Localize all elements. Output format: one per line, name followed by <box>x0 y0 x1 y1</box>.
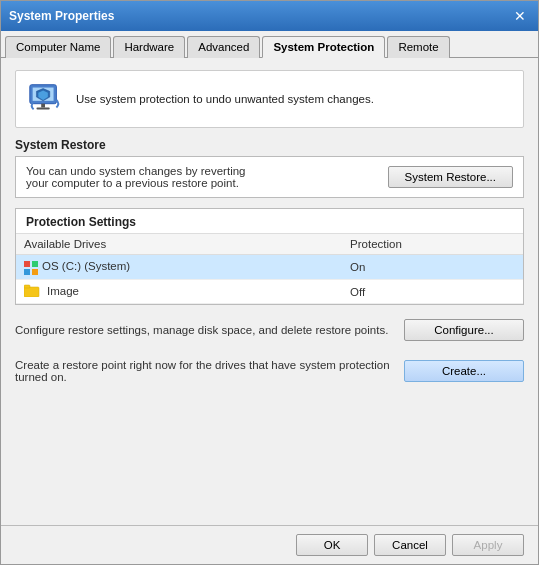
info-text: Use system protection to undo unwanted s… <box>76 93 374 105</box>
tab-advanced[interactable]: Advanced <box>187 36 260 58</box>
table-row[interactable]: OS (C:) (System) On <box>16 255 523 280</box>
configure-button[interactable]: Configure... <box>404 319 524 341</box>
system-restore-section: System Restore You can undo system chang… <box>15 138 524 198</box>
protection-settings-group: Protection Settings Available Drives Pro… <box>15 208 524 305</box>
create-text: Create a restore point right now for the… <box>15 359 396 383</box>
drive-name-image: Image <box>16 280 342 304</box>
svg-rect-8 <box>24 269 30 275</box>
window-title: System Properties <box>9 9 114 23</box>
drives-table-header: Available Drives Protection <box>16 234 523 255</box>
svg-rect-11 <box>24 285 30 288</box>
title-bar: System Properties ✕ <box>1 1 538 31</box>
tab-system-protection[interactable]: System Protection <box>262 36 385 58</box>
svg-rect-5 <box>36 108 49 110</box>
footer: OK Cancel Apply <box>1 525 538 564</box>
apply-button[interactable]: Apply <box>452 534 524 556</box>
svg-rect-7 <box>32 261 38 267</box>
drive-icon-os: OS (C:) (System) <box>24 259 130 273</box>
ok-button[interactable]: OK <box>296 534 368 556</box>
main-content: Use system protection to undo unwanted s… <box>1 58 538 525</box>
drive-name-c: OS (C:) (System) <box>16 255 342 280</box>
protection-status-image: Off <box>342 280 523 304</box>
tab-hardware[interactable]: Hardware <box>113 36 185 58</box>
svg-rect-4 <box>41 104 45 108</box>
system-restore-box: You can undo system changes by reverting… <box>15 156 524 198</box>
drive-icon-image: Image <box>24 284 79 297</box>
tab-remote[interactable]: Remote <box>387 36 449 58</box>
system-properties-window: System Properties ✕ Computer Name Hardwa… <box>0 0 539 565</box>
system-restore-description: You can undo system changes by reverting… <box>26 165 380 189</box>
table-row[interactable]: Image Off <box>16 280 523 304</box>
tab-bar: Computer Name Hardware Advanced System P… <box>1 31 538 58</box>
system-restore-button[interactable]: System Restore... <box>388 166 513 188</box>
col-protection: Protection <box>342 234 523 255</box>
create-button[interactable]: Create... <box>404 360 524 382</box>
svg-rect-10 <box>24 287 39 297</box>
protection-settings-label: Protection Settings <box>16 209 523 233</box>
close-button[interactable]: ✕ <box>510 7 530 25</box>
configure-text: Configure restore settings, manage disk … <box>15 324 396 336</box>
svg-rect-6 <box>24 261 30 267</box>
protection-settings-section: Protection Settings Available Drives Pro… <box>15 208 524 305</box>
system-restore-content: You can undo system changes by reverting… <box>26 165 513 189</box>
tab-computer-name[interactable]: Computer Name <box>5 36 111 58</box>
cancel-button[interactable]: Cancel <box>374 534 446 556</box>
protection-status-c: On <box>342 255 523 280</box>
system-protection-icon <box>26 79 66 119</box>
system-restore-label: System Restore <box>15 138 524 152</box>
col-drives: Available Drives <box>16 234 342 255</box>
configure-action-row: Configure restore settings, manage disk … <box>15 315 524 345</box>
svg-rect-9 <box>32 269 38 275</box>
create-action-row: Create a restore point right now for the… <box>15 355 524 387</box>
drives-table: Available Drives Protection <box>16 233 523 304</box>
info-banner: Use system protection to undo unwanted s… <box>15 70 524 128</box>
